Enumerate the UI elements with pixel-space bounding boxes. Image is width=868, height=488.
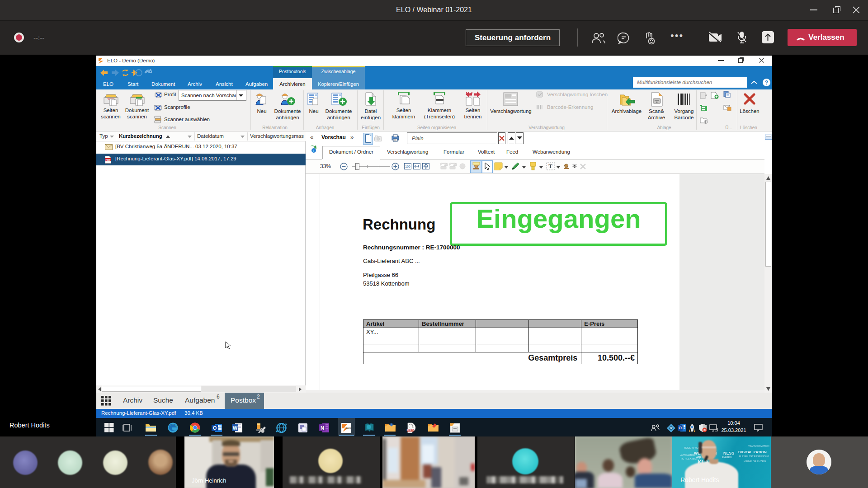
svg-text:i: i <box>313 149 314 153</box>
svg-text:W: W <box>233 425 238 431</box>
svg-text:T: T <box>548 163 552 169</box>
svg-text:100: 100 <box>405 165 410 168</box>
svg-text:O: O <box>679 426 682 430</box>
svg-text:PDF: PDF <box>106 159 111 161</box>
svg-text:?: ? <box>765 80 768 86</box>
svg-text:N: N <box>321 425 324 431</box>
svg-text:ELO: ELO <box>346 427 351 429</box>
svg-text:PDF24: PDF24 <box>406 429 414 432</box>
svg-text:O: O <box>213 425 217 431</box>
